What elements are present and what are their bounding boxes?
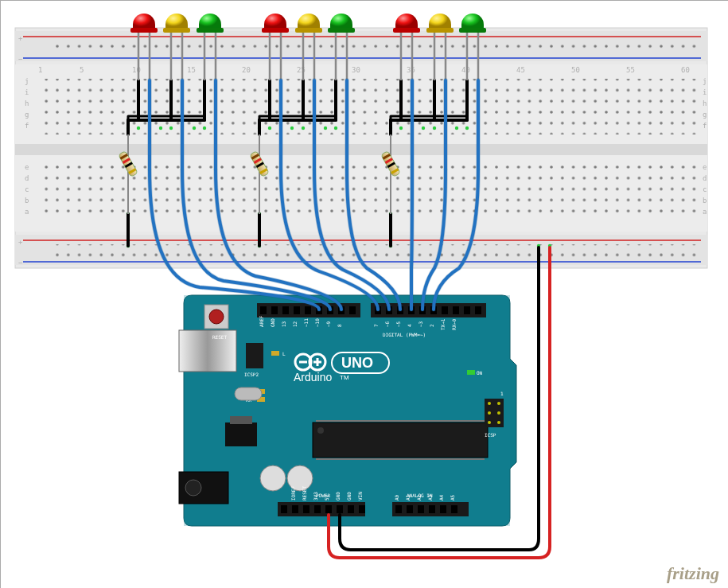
icsp2-label: ICSP2	[244, 372, 259, 377]
svg-rect-216	[348, 505, 354, 513]
svg-text:c: c	[703, 185, 707, 193]
svg-point-55	[193, 127, 196, 130]
atmega-chip	[313, 423, 488, 458]
svg-text:RESET: RESET	[302, 486, 307, 500]
svg-text:15: 15	[187, 66, 196, 74]
l-led	[271, 351, 279, 356]
svg-text:c: c	[25, 185, 29, 193]
circuit-diagram: + − + − 1 5 10 15 20 25 30 35 40 45 50 5…	[0, 0, 728, 588]
svg-text:45: 45	[516, 66, 525, 74]
svg-rect-171	[442, 306, 448, 314]
svg-point-64	[399, 127, 403, 130]
svg-point-206	[497, 411, 500, 415]
svg-point-59	[290, 127, 294, 130]
svg-text:A1: A1	[405, 494, 411, 500]
svg-point-204	[497, 402, 500, 405]
svg-rect-214	[325, 505, 332, 513]
svg-rect-217	[359, 505, 365, 513]
svg-point-60	[302, 127, 305, 130]
svg-rect-146	[393, 28, 420, 33]
svg-rect-210	[281, 505, 287, 513]
svg-text:8: 8	[337, 324, 342, 327]
svg-text:~11: ~11	[303, 318, 309, 327]
svg-text:d: d	[25, 174, 29, 182]
svg-point-203	[488, 402, 491, 405]
svg-rect-201	[230, 416, 252, 424]
svg-rect-231	[451, 505, 457, 513]
reset-label: RESET	[212, 334, 227, 340]
capacitor-1	[260, 465, 286, 491]
svg-point-152	[209, 310, 224, 324]
svg-text:+: +	[18, 34, 23, 42]
svg-rect-13	[15, 144, 707, 155]
led-yellow-1	[163, 14, 190, 33]
svg-point-200	[317, 427, 324, 434]
svg-text:A0: A0	[394, 494, 399, 500]
svg-text:30: 30	[352, 66, 360, 74]
svg-text:5: 5	[80, 66, 84, 74]
svg-rect-145	[328, 28, 355, 33]
svg-rect-142	[197, 28, 224, 33]
svg-text:TX→1: TX→1	[440, 318, 446, 330]
svg-text:e: e	[25, 163, 29, 171]
svg-point-61	[324, 127, 327, 130]
svg-rect-156	[271, 306, 278, 314]
led-red-3	[393, 14, 420, 33]
svg-text:f: f	[703, 122, 707, 130]
svg-rect-215	[337, 505, 343, 513]
svg-text:−: −	[18, 259, 23, 267]
svg-rect-159	[305, 306, 311, 314]
svg-text:13: 13	[281, 321, 286, 327]
svg-rect-143	[262, 28, 289, 33]
svg-rect-230	[440, 505, 446, 513]
svg-rect-229	[429, 505, 435, 513]
svg-text:AREF: AREF	[259, 315, 264, 327]
svg-text:IOREF: IOREF	[290, 486, 296, 500]
svg-text:h: h	[25, 99, 29, 107]
svg-text:RX←0: RX←0	[451, 318, 457, 330]
icsp-label: ICSP	[485, 432, 496, 438]
svg-text:A2: A2	[416, 494, 422, 500]
branding-label: fritzing	[667, 563, 719, 584]
l-label: L	[282, 351, 286, 356]
svg-rect-213	[314, 505, 321, 513]
board-name: Arduino	[294, 371, 332, 384]
svg-text:A5: A5	[450, 494, 455, 500]
svg-text:55: 55	[626, 66, 635, 74]
crystal	[235, 387, 262, 400]
arduino-uno: RESET AREF GND 13 12 ~11 ~10 ~9 8 7 ~6 ~…	[179, 295, 516, 526]
svg-rect-226	[395, 505, 402, 513]
svg-text:g: g	[703, 111, 707, 119]
icsp-header	[485, 399, 504, 427]
svg-point-56	[203, 127, 206, 130]
svg-rect-228	[418, 505, 424, 513]
svg-text:~3: ~3	[418, 321, 423, 327]
led-red-1	[130, 14, 158, 33]
svg-text:A4: A4	[438, 494, 444, 500]
svg-point-66	[433, 127, 436, 130]
svg-text:i: i	[25, 88, 29, 96]
svg-text:e: e	[703, 163, 707, 171]
digital-label: DIGITAL (PWM=~)	[383, 332, 426, 337]
svg-text:60: 60	[681, 66, 690, 74]
led-green-2	[328, 14, 355, 33]
svg-rect-141	[163, 28, 190, 33]
svg-point-58	[268, 127, 271, 130]
svg-point-54	[169, 127, 173, 130]
svg-text:VIN: VIN	[357, 492, 363, 500]
svg-text:b: b	[703, 197, 707, 204]
svg-text:GND: GND	[346, 492, 352, 500]
svg-text:b: b	[25, 197, 29, 204]
svg-text:20: 20	[242, 66, 251, 74]
svg-text:h: h	[703, 99, 707, 107]
usb-port	[179, 330, 236, 372]
svg-rect-157	[282, 306, 289, 314]
power-header	[278, 502, 365, 516]
svg-point-52	[137, 127, 140, 130]
svg-point-65	[422, 127, 425, 130]
svg-rect-30	[49, 244, 701, 259]
svg-text:40: 40	[461, 66, 470, 74]
svg-text:4: 4	[407, 324, 412, 327]
svg-text:j: j	[25, 77, 29, 85]
svg-text:GND: GND	[270, 318, 275, 327]
